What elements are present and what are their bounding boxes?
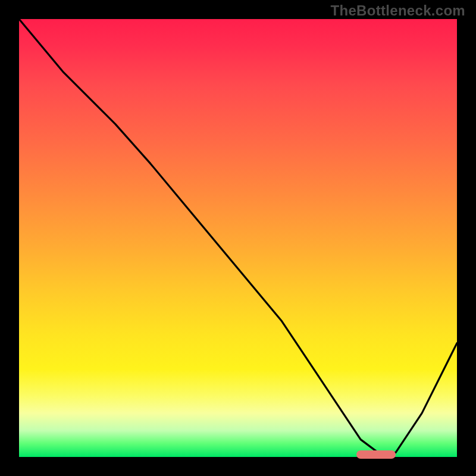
chart-container: TheBottleneck.com: [0, 0, 476, 476]
watermark-text: TheBottleneck.com: [331, 2, 465, 19]
plot-area: [19, 19, 457, 457]
curve-path: [19, 19, 457, 453]
optimal-range-marker: [356, 450, 396, 459]
bottleneck-curve: [19, 19, 457, 457]
